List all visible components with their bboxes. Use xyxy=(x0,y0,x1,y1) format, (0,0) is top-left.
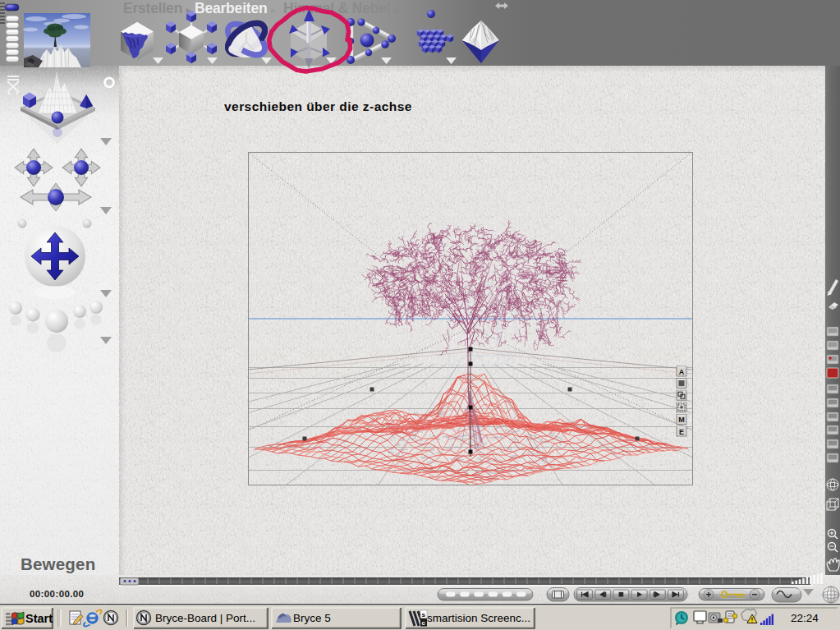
svg-text:Start: Start xyxy=(25,612,53,625)
svg-text:Bryce 5: Bryce 5 xyxy=(293,612,331,624)
svg-text:c: c xyxy=(422,619,426,627)
svg-text:22:24: 22:24 xyxy=(791,612,819,624)
svg-text:Bryce-Board | Port...: Bryce-Board | Port... xyxy=(155,612,255,624)
svg-text:s: s xyxy=(422,611,426,619)
svg-text:smartision Screenc...: smartision Screenc... xyxy=(427,612,530,624)
